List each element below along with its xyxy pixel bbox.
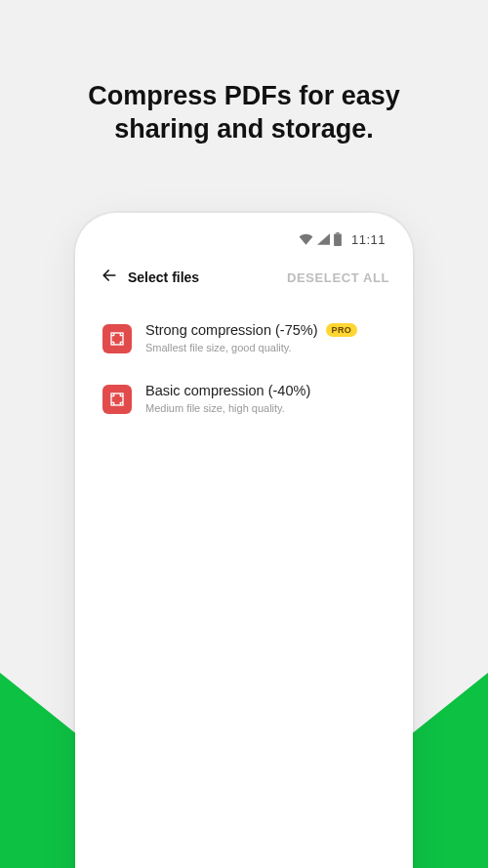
option-title: Strong compression (-75%) [145,322,318,338]
option-title: Basic compression (-40%) [145,383,310,398]
deselect-all-button[interactable]: DESELECT ALL [287,270,389,285]
phone-frame: 11:11 Select files DESELECT ALL Strong c… [75,213,413,868]
option-basic-compression[interactable]: Basic compression (-40%) Medium file siz… [99,371,389,432]
options-list: Strong compression (-75%) PRO Smallest f… [85,299,403,443]
signal-icon [317,233,330,245]
svg-rect-3 [111,393,123,405]
status-clock: 11:11 [351,232,386,247]
svg-rect-1 [334,234,342,246]
back-button[interactable] [99,267,120,288]
top-bar: Select files DESELECT ALL [85,256,403,299]
pro-badge: PRO [326,323,358,337]
svg-rect-2 [111,333,123,345]
compress-icon [102,324,132,353]
phone-screen: 11:11 Select files DESELECT ALL Strong c… [85,223,403,868]
option-subtitle: Medium file size, high quality. [145,402,386,414]
wifi-icon [299,233,313,245]
battery-icon [334,232,342,246]
topbar-title: Select files [128,269,199,285]
arrow-left-icon [100,266,119,289]
svg-rect-0 [336,232,339,234]
option-subtitle: Smallest file size, good quality. [145,342,386,353]
marketing-headline: Compress PDFs for easy sharing and stora… [0,80,488,146]
option-strong-compression[interactable]: Strong compression (-75%) PRO Smallest f… [99,310,389,371]
status-bar: 11:11 [85,223,403,256]
compress-icon [102,385,132,414]
